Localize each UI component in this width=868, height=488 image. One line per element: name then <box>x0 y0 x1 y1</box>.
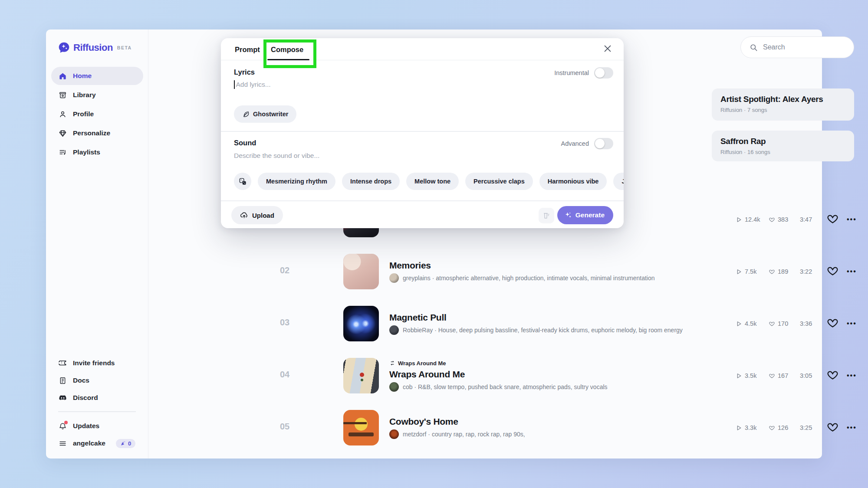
randomize-button[interactable] <box>234 173 251 190</box>
like-count: 167 <box>778 372 788 379</box>
sidebar-item-invite-friends[interactable]: Invite friends <box>51 354 143 372</box>
favorite-button[interactable] <box>827 265 847 278</box>
sidebar-item-label: Profile <box>73 110 94 118</box>
lyrics-input[interactable]: Add lyrics... <box>234 80 271 89</box>
modal-footer: Upload Generate <box>221 200 624 228</box>
more-options-button[interactable]: ••• <box>847 320 857 328</box>
sparkles-icon <box>564 211 572 219</box>
play-count: 7.5k <box>745 268 756 275</box>
sidebar-item-label: Docs <box>73 377 89 384</box>
sidebar-user-row[interactable]: angelcake 0 <box>51 434 143 452</box>
song-thumbnail[interactable] <box>343 254 379 289</box>
artist-avatar[interactable] <box>389 325 399 335</box>
lyrics-placeholder: Add lyrics... <box>236 81 271 88</box>
sidebar-item-profile[interactable]: Profile <box>51 105 143 123</box>
song-row[interactable]: 02 Memories greyplains · atmospheric alt… <box>148 249 852 294</box>
song-duration: 3:05 <box>800 372 827 379</box>
notification-dot <box>64 421 68 424</box>
play-count-icon <box>736 216 742 223</box>
sidebar-item-docs[interactable]: Docs <box>51 371 143 390</box>
song-duration: 3:36 <box>800 320 827 327</box>
modal-tabbar: Prompt Compose <box>221 38 624 60</box>
play-count: 4.5k <box>745 320 756 327</box>
sidebar-item-label: Updates <box>73 422 99 430</box>
song-row[interactable]: 04 Wraps Around Me Wraps Around Me cob ·… <box>148 353 852 398</box>
sidebar-item-label: Personalize <box>73 129 110 137</box>
promo-card-artist-spotlight[interactable]: Artist Spotlight: Alex Ayers Riffusion ·… <box>712 88 854 121</box>
favorite-button[interactable] <box>827 369 847 383</box>
generate-button[interactable]: Generate <box>557 206 613 224</box>
confetti-icon <box>120 441 126 446</box>
menu-icon <box>59 439 67 448</box>
song-row[interactable]: 03 Magnetic Pull RobbieRay · House, deep… <box>148 301 852 346</box>
song-thumbnail[interactable] <box>343 358 379 393</box>
favorite-button[interactable] <box>827 317 847 331</box>
sound-input[interactable]: Describe the sound or vibe... <box>234 152 319 160</box>
ghostwriter-button[interactable]: Ghostwriter <box>234 105 296 123</box>
sidebar: Riffusion BETA Home Library Profile Pers… <box>46 29 148 459</box>
song-title[interactable]: Magnetic Pull <box>389 312 683 323</box>
artist-avatar[interactable] <box>389 429 399 439</box>
play-count: 3.5k <box>745 372 756 379</box>
sound-chip[interactable]: Mesmerizing rhythm <box>258 173 335 190</box>
close-icon[interactable] <box>603 44 614 55</box>
song-title[interactable]: Memories <box>389 260 655 271</box>
ticket-icon <box>59 359 67 367</box>
song-title[interactable]: Cowboy's Home <box>389 416 525 427</box>
play-count: 12.4k <box>745 216 760 223</box>
artist-avatar[interactable] <box>389 382 399 392</box>
queue-button[interactable] <box>539 208 554 223</box>
sidebar-item-label: Home <box>73 72 92 80</box>
quill-icon <box>242 111 250 118</box>
sidebar-item-updates[interactable]: Updates <box>51 417 143 435</box>
tab-prompt[interactable]: Prompt <box>235 46 260 54</box>
search-input[interactable]: Search <box>740 36 854 58</box>
sound-chip[interactable]: Mellow tone <box>406 173 459 190</box>
remix-source-title: Wraps Around Me <box>398 360 446 367</box>
favorite-button[interactable] <box>827 213 847 226</box>
sound-chip[interactable]: Intense drops <box>342 173 400 190</box>
sidebar-item-discord[interactable]: Discord <box>51 389 143 407</box>
tab-compose[interactable]: Compose <box>271 46 303 54</box>
upload-button[interactable]: Upload <box>231 206 283 224</box>
song-duration: 3:22 <box>800 268 827 275</box>
sound-chip[interactable]: Percussive claps <box>465 173 533 190</box>
sound-chip[interactable]: Jazzy solo <box>613 173 624 190</box>
more-options-button[interactable]: ••• <box>847 424 857 432</box>
more-options-button[interactable]: ••• <box>847 216 857 223</box>
remix-icon <box>389 360 395 366</box>
like-count-icon <box>769 373 775 379</box>
play-count-icon <box>736 373 742 379</box>
like-count: 170 <box>778 320 788 327</box>
track-number: 04 <box>280 370 289 380</box>
sound-placeholder: Describe the sound or vibe... <box>234 152 319 160</box>
more-options-button[interactable]: ••• <box>847 268 857 275</box>
track-number: 02 <box>280 265 289 275</box>
like-count-icon <box>769 269 775 275</box>
sidebar-item-playlists[interactable]: Playlists <box>51 143 143 161</box>
song-byline: RobbieRay · House, deep pulsing bassline… <box>403 327 683 334</box>
credits-badge[interactable]: 0 <box>116 439 135 448</box>
sidebar-item-home[interactable]: Home <box>51 67 143 85</box>
generate-label: Generate <box>575 211 605 219</box>
advanced-toggle[interactable] <box>594 138 613 149</box>
promo-card-saffron-rap[interactable]: Saffron Rap Riffusion · 16 songs <box>712 131 854 161</box>
sound-chip[interactable]: Harmonious vibe <box>539 173 607 190</box>
song-title[interactable]: Wraps Around Me <box>389 369 608 380</box>
song-thumbnail[interactable] <box>343 410 379 445</box>
artist-avatar[interactable] <box>389 273 399 283</box>
document-icon <box>59 377 67 385</box>
instrumental-toggle[interactable] <box>594 67 613 79</box>
more-options-button[interactable]: ••• <box>847 372 857 380</box>
remix-source[interactable]: Wraps Around Me <box>389 360 608 367</box>
riffusion-logo[interactable]: Riffusion BETA <box>58 42 132 53</box>
sidebar-item-library[interactable]: Library <box>51 86 143 104</box>
song-byline: metzdorf · country rap, rap, rock rap, r… <box>403 431 525 438</box>
lyrics-label: Lyrics <box>234 68 255 76</box>
page-background: Riffusion BETA Home Library Profile Pers… <box>0 0 868 488</box>
favorite-button[interactable] <box>827 421 847 435</box>
song-row[interactable]: 05 Cowboy's Home metzdorf · country rap,… <box>148 405 852 450</box>
sidebar-item-personalize[interactable]: Personalize <box>51 124 143 142</box>
song-thumbnail[interactable] <box>343 306 379 341</box>
play-count-icon <box>736 269 742 275</box>
